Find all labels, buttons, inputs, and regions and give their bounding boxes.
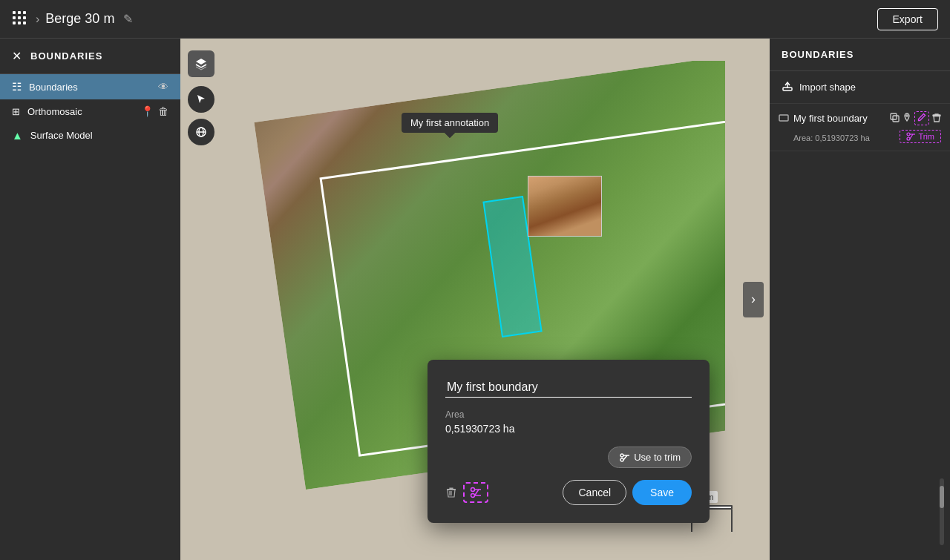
topbar: › Berge 30 m ✎ Export	[0, 0, 950, 39]
close-panel-icon[interactable]: ✕	[12, 49, 22, 63]
svg-rect-25	[893, 116, 899, 122]
copy-boundary-icon[interactable]	[890, 113, 900, 125]
breadcrumb-chevron: ›	[36, 13, 39, 26]
map-toolbar	[188, 50, 214, 145]
import-shape-button[interactable]: Import shape	[770, 71, 950, 104]
boundary-list-item: My first boundary	[770, 104, 950, 151]
surface-model-layer-label: Surface Model	[30, 130, 168, 141]
layer-item-surface-model[interactable]: ▲ Surface Model	[0, 123, 180, 148]
layer-item-orthomosaic[interactable]: ⊞ Orthomosaic 📍 🗑	[0, 99, 180, 123]
orthomosaic-layer-icon: ⊞	[12, 106, 20, 117]
boundaries-layer-label: Boundaries	[29, 82, 158, 93]
boundary-item-actions	[890, 111, 941, 125]
left-panel-header: ✕ BOUNDARIES	[0, 39, 180, 74]
svg-rect-1	[18, 11, 21, 14]
dialog-actions: Cancel Save	[445, 480, 692, 505]
svg-point-29	[907, 133, 910, 136]
svg-rect-4	[18, 16, 21, 19]
boundary-name-input[interactable]	[445, 378, 692, 398]
upload-icon	[782, 80, 793, 94]
edit-title-icon[interactable]: ✎	[123, 12, 133, 26]
area-label: Area	[445, 409, 692, 420]
save-button[interactable]: Save	[632, 480, 692, 505]
svg-rect-28	[933, 115, 940, 116]
svg-point-18	[471, 494, 475, 498]
left-panel: ✕ BOUNDARIES ☷ Boundaries 👁 ⊞ Orthomosai…	[0, 39, 180, 560]
left-panel-title: BOUNDARIES	[30, 50, 102, 62]
surface-model-layer-icon: ▲	[12, 129, 23, 142]
boundary-item-name: My first boundary	[793, 113, 885, 124]
svg-rect-7	[18, 22, 21, 24]
boundaries-layer-icon: ☷	[12, 80, 22, 93]
svg-rect-24	[779, 115, 788, 121]
map-expand-icon[interactable]: ›	[743, 282, 764, 317]
eye-icon[interactable]: 👁	[158, 81, 168, 93]
project-title: Berge 30 m	[45, 11, 114, 27]
svg-rect-8	[23, 22, 26, 24]
delete-boundary-icon[interactable]	[932, 113, 941, 125]
use-to-trim-button[interactable]: Use to trim	[608, 447, 692, 468]
grid-icon[interactable]	[12, 10, 27, 28]
svg-point-13	[620, 458, 623, 461]
svg-rect-5	[23, 16, 26, 19]
export-button[interactable]: Export	[877, 8, 938, 30]
orthomosaic-layer-label: Orthomosaic	[27, 106, 141, 117]
annotation-popup: My first annotation	[402, 113, 498, 133]
boundary-area-text: Area: 0,51930723 ha	[779, 131, 870, 142]
svg-line-32	[910, 134, 913, 139]
svg-rect-2	[23, 11, 26, 14]
pin-icon[interactable]: 📍	[141, 105, 154, 117]
map-area: My first annotation › 20 m Area 0,519307…	[180, 39, 770, 560]
svg-rect-0	[13, 11, 16, 14]
cancel-button[interactable]: Cancel	[563, 480, 626, 505]
trim-shape-button[interactable]	[463, 482, 488, 503]
right-panel: BOUNDARIES Import shape My first boundar…	[770, 39, 950, 560]
svg-point-12	[620, 454, 623, 457]
map-tool-globe-icon[interactable]	[188, 119, 214, 145]
edit-boundary-icon[interactable]	[914, 111, 929, 125]
svg-rect-16	[447, 489, 456, 490]
svg-rect-6	[13, 22, 16, 24]
svg-line-20	[475, 490, 479, 495]
right-panel-title: BOUNDARIES	[770, 39, 950, 71]
boundary-item-icon	[779, 113, 789, 124]
delete-boundary-button[interactable]	[445, 487, 457, 498]
thumbnail-inset	[528, 176, 602, 237]
pin-boundary-icon[interactable]	[902, 113, 911, 125]
trim-button[interactable]: Trim	[900, 130, 941, 143]
scrollbar[interactable]	[940, 478, 944, 545]
svg-rect-3	[13, 16, 16, 19]
svg-point-27	[906, 114, 908, 116]
import-shape-label: Import shape	[799, 82, 856, 93]
layer-item-boundaries[interactable]: ☷ Boundaries 👁	[0, 74, 180, 99]
map-tool-cursor-icon[interactable]	[188, 86, 214, 113]
area-value: 0,51930723 ha	[445, 423, 692, 435]
map-tool-layers-icon[interactable]	[188, 50, 214, 77]
svg-point-17	[471, 488, 475, 492]
edit-boundary-dialog: Area 0,51930723 ha Use to trim	[428, 360, 710, 523]
svg-point-30	[907, 137, 910, 140]
svg-line-15	[623, 455, 627, 460]
svg-rect-26	[891, 113, 897, 119]
delete-orthomosaic-icon[interactable]: 🗑	[158, 105, 168, 117]
